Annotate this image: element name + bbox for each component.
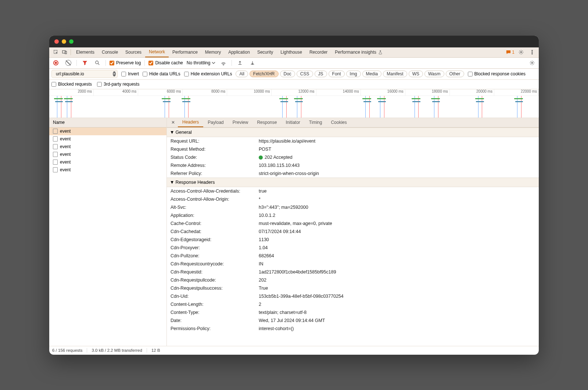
header-row: Cache-Control:must-revalidate, max-age=0…: [167, 219, 539, 228]
header-key: Cache-Control:: [171, 221, 259, 226]
type-filter-wasm[interactable]: Wasm: [424, 71, 444, 77]
resource-type-filters: AllFetch/XHRDocCSSJSFontImgMediaManifest…: [236, 71, 464, 77]
settings-icon[interactable]: [517, 48, 526, 57]
svg-point-4: [532, 50, 533, 51]
type-filter-all[interactable]: All: [236, 71, 248, 77]
header-value: strict-origin-when-cross-origin: [259, 171, 535, 176]
type-filter-media[interactable]: Media: [362, 71, 382, 77]
tab-security[interactable]: Security: [254, 47, 277, 57]
network-conditions-icon[interactable]: [219, 58, 228, 67]
detail-tab-response[interactable]: Response: [252, 118, 281, 128]
header-value: 2: [259, 302, 535, 307]
request-row[interactable]: event: [49, 135, 166, 143]
header-row: Application:10.0.1.2: [167, 211, 539, 219]
type-filter-css[interactable]: CSS: [297, 71, 313, 77]
header-value: h3=":443"; ma=2592000: [259, 205, 535, 210]
clear-filter-icon[interactable]: ✕: [113, 71, 116, 76]
filter-input[interactable]: ✕: [51, 70, 118, 78]
header-row: Cdn-Requestid:1ad2172800f1cbe4bdef1585bf…: [167, 268, 539, 276]
file-icon: [53, 160, 58, 165]
clear-button[interactable]: [64, 58, 73, 67]
section-header[interactable]: ▼General: [167, 128, 539, 137]
search-icon[interactable]: [93, 58, 102, 67]
header-row: Content-Type:text/plain; charset=utf-8: [167, 308, 539, 316]
filter-text-field[interactable]: [56, 71, 111, 76]
type-filter-font[interactable]: Font: [329, 71, 345, 77]
tab-performance-insights[interactable]: Performance insights: [331, 47, 386, 57]
header-value: 202: [259, 278, 535, 283]
header-row: Cdn-Requestpullsuccess:True: [167, 284, 539, 292]
detail-tab-timing[interactable]: Timing: [305, 118, 327, 128]
type-filter-manifest[interactable]: Manifest: [383, 71, 407, 77]
minimize-window-button[interactable]: [62, 39, 66, 44]
header-key: Content-Type:: [171, 310, 259, 315]
throttling-select[interactable]: No throttling: [187, 60, 216, 65]
timeline-cluster: [412, 96, 422, 118]
request-row[interactable]: event: [49, 151, 166, 158]
detail-tab-cookies[interactable]: Cookies: [326, 118, 351, 128]
issues-badge[interactable]: 1: [506, 50, 514, 55]
blocked-requests-checkbox[interactable]: Blocked requests: [51, 82, 92, 87]
import-icon[interactable]: [236, 58, 244, 67]
maximize-window-button[interactable]: [69, 39, 74, 44]
type-filter-doc[interactable]: Doc: [280, 71, 295, 77]
tab-lighthouse[interactable]: Lighthouse: [277, 47, 306, 57]
network-settings-icon[interactable]: [528, 58, 537, 67]
svg-rect-2: [65, 51, 67, 54]
type-filter-img[interactable]: Img: [346, 71, 361, 77]
detail-tab-payload[interactable]: Payload: [203, 118, 228, 128]
detail-tab-initiator[interactable]: Initiator: [281, 118, 304, 128]
device-toggle-icon[interactable]: [60, 48, 69, 57]
svg-point-9: [531, 62, 533, 64]
timeline-cluster: [514, 96, 524, 118]
experiment-icon: [378, 50, 383, 54]
type-filter-other[interactable]: Other: [446, 71, 464, 77]
header-value: 682664: [259, 253, 535, 258]
inspect-icon[interactable]: [51, 48, 60, 57]
request-row[interactable]: event: [49, 158, 166, 166]
third-party-checkbox[interactable]: 3rd-party requests: [97, 82, 139, 87]
close-window-button[interactable]: [54, 39, 59, 44]
more-icon[interactable]: [528, 48, 537, 57]
tab-console[interactable]: Console: [98, 47, 122, 57]
tab-performance[interactable]: Performance: [169, 47, 201, 57]
type-filter-fetch-xhr[interactable]: Fetch/XHR: [250, 71, 279, 77]
export-icon[interactable]: [248, 58, 257, 67]
timeline-cluster: [279, 96, 289, 118]
tab-sources[interactable]: Sources: [122, 47, 145, 57]
header-row: Cdn-Edgestorageid:1130: [167, 236, 539, 244]
section-header[interactable]: ▼Response Headers: [167, 178, 539, 187]
waterfall-overview[interactable]: 2000 ms4000 ms6000 ms8000 ms10000 ms1200…: [49, 89, 539, 118]
blocked-cookies-checkbox[interactable]: Blocked response cookies: [468, 71, 526, 76]
hide-data-urls-checkbox[interactable]: Hide data URLs: [143, 71, 180, 76]
timeline-tick: 4000 ms: [94, 89, 138, 96]
record-button[interactable]: [51, 58, 60, 67]
tab-network[interactable]: Network: [145, 47, 169, 57]
request-row[interactable]: event: [49, 128, 166, 135]
tab-memory[interactable]: Memory: [201, 47, 225, 57]
invert-checkbox[interactable]: Invert: [121, 71, 139, 76]
header-row: Cdn-Pullzone:682664: [167, 252, 539, 260]
close-detail-icon[interactable]: ✕: [168, 120, 178, 125]
type-filter-js[interactable]: JS: [315, 71, 327, 77]
preserve-log-checkbox[interactable]: Preserve log: [110, 60, 141, 65]
request-list-header[interactable]: Name: [49, 118, 166, 128]
header-key: Cdn-Uid:: [171, 294, 259, 299]
filter-toggle-icon[interactable]: [80, 58, 89, 67]
tab-application[interactable]: Application: [225, 47, 254, 57]
type-filter-ws[interactable]: WS: [409, 71, 423, 77]
disable-cache-checkbox[interactable]: Disable cache: [148, 60, 183, 65]
header-row: Content-Length:2: [167, 300, 539, 308]
request-row[interactable]: event: [49, 143, 166, 151]
request-row[interactable]: event: [49, 166, 166, 174]
header-value: 1.04: [259, 245, 535, 250]
header-value: 202 Accepted: [259, 155, 535, 160]
detail-tab-preview[interactable]: Preview: [228, 118, 253, 128]
file-icon: [53, 129, 58, 134]
request-detail-panel: ✕ HeadersPayloadPreviewResponseInitiator…: [167, 118, 539, 346]
header-value: 103.180.115.10:443: [259, 163, 535, 168]
detail-tab-headers[interactable]: Headers: [178, 118, 203, 128]
tab-recorder[interactable]: Recorder: [306, 47, 331, 57]
hide-extension-urls-checkbox[interactable]: Hide extension URLs: [184, 71, 232, 76]
tab-elements[interactable]: Elements: [72, 47, 98, 57]
